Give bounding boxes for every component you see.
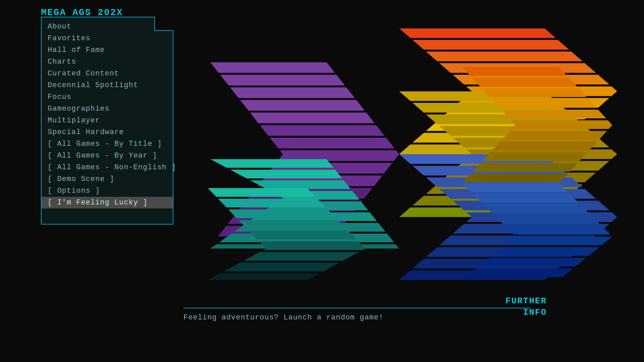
menu-item-14[interactable]: [ Options ] <box>42 185 173 197</box>
svg-rect-2 <box>208 62 401 73</box>
menu-item-10[interactable]: [ All Games - By Title ] <box>42 138 173 150</box>
menu-item-6[interactable]: Focus <box>42 91 173 103</box>
menu-item-4[interactable]: Curated Content <box>42 68 173 79</box>
bottom-line <box>183 308 530 308</box>
svg-rect-3 <box>208 75 401 85</box>
svg-rect-29 <box>397 52 617 61</box>
svg-rect-8 <box>208 138 401 148</box>
further-info[interactable]: FURTHER INFO <box>505 296 547 318</box>
svg-rect-28 <box>397 40 617 50</box>
svg-rect-4 <box>208 87 401 98</box>
bottom-text: Feeling adventurous? Launch a random gam… <box>183 313 384 322</box>
menu-item-1[interactable]: Favorites <box>42 33 173 44</box>
svg-rect-91 <box>205 252 368 261</box>
menu-item-13[interactable]: [ Demo Scene ] <box>42 173 173 185</box>
svg-rect-7 <box>208 125 401 136</box>
further-info-line2: INFO <box>523 307 547 317</box>
logo-container <box>181 13 617 295</box>
svg-rect-92 <box>205 263 368 272</box>
svg-rect-75 <box>460 183 615 192</box>
menu-item-8[interactable]: Multiplayer <box>42 115 173 126</box>
menu-item-7[interactable]: Gameographies <box>42 103 173 115</box>
svg-rect-27 <box>397 28 617 38</box>
menu-item-9[interactable]: Special Hardware <box>42 126 173 138</box>
logo-svg <box>181 13 617 295</box>
menu-item-2[interactable]: Hall of Fame <box>42 44 173 56</box>
menu-items-container: AboutFavoritesHall of FameChartsCurated … <box>42 21 173 208</box>
app-title: MEGA AGS 202X <box>41 7 123 18</box>
menu-item-12[interactable]: [ All Games - Non-English ] <box>42 162 173 173</box>
svg-rect-5 <box>208 100 401 111</box>
menu-item-15[interactable]: [ I'm Feeling Lucky ] <box>42 197 173 208</box>
svg-rect-93 <box>205 273 368 282</box>
svg-rect-83 <box>460 268 615 277</box>
further-info-line1: FURTHER <box>505 296 547 306</box>
menu-panel: AboutFavoritesHall of FameChartsCurated … <box>41 17 173 225</box>
menu-item-0[interactable]: About <box>42 21 173 33</box>
menu-item-3[interactable]: Charts <box>42 56 173 68</box>
svg-rect-6 <box>208 113 401 123</box>
menu-item-5[interactable]: Decennial Spotlight <box>42 79 173 91</box>
menu-item-11[interactable]: [ All Games - By Year ] <box>42 150 173 162</box>
